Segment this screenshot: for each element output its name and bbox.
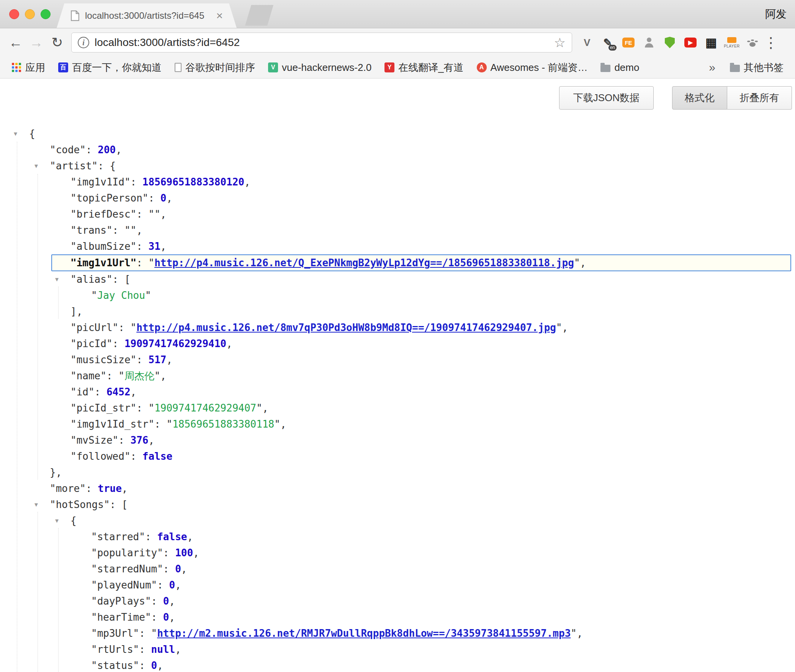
json-token: "hearTime" xyxy=(91,611,151,623)
json-line: ▼{ xyxy=(0,126,795,142)
bookmark-item[interactable]: AAwesomes - 前端资… xyxy=(471,59,593,77)
collapse-toggle-icon[interactable]: ▼ xyxy=(34,497,38,513)
json-token: : xyxy=(163,563,175,575)
bookmark-label: vue-hackernews-2.0 xyxy=(282,62,371,74)
favicon-icon: Y xyxy=(384,62,394,72)
json-token: : " xyxy=(136,402,154,414)
folder-icon xyxy=(600,65,610,72)
json-line: "more": true, xyxy=(0,480,795,497)
json-line: "playedNum": 0, xyxy=(0,577,795,593)
extension-icon-paw[interactable] xyxy=(744,33,761,52)
json-line: "code": 200, xyxy=(0,142,795,158)
tab-close-icon[interactable]: × xyxy=(216,10,223,21)
json-token: , xyxy=(149,434,155,446)
json-token: ], xyxy=(70,306,82,317)
bookmark-label: 应用 xyxy=(25,61,45,74)
format-button[interactable]: 格式化 xyxy=(672,86,727,110)
extension-icon-adguard[interactable] xyxy=(661,33,679,52)
json-token: , xyxy=(181,563,187,575)
bookmark-label: 谷歌按时间排序 xyxy=(185,61,255,74)
json-token: : xyxy=(95,386,106,398)
json-token: , xyxy=(175,579,181,591)
json-token: , xyxy=(175,644,181,655)
other-bookmarks-folder[interactable]: 其他书签 xyxy=(725,59,789,77)
json-line: "hearTime": 0, xyxy=(0,609,795,625)
reload-icon[interactable]: ↻ xyxy=(47,32,67,53)
collapse-all-button[interactable]: 折叠所有 xyxy=(727,86,792,110)
json-token: : xyxy=(131,176,142,188)
json-token: : xyxy=(151,595,163,607)
json-line: "starredNum": 0, xyxy=(0,561,795,577)
json-token: "status" xyxy=(91,660,139,671)
json-token: : xyxy=(118,434,130,446)
json-token: "topicPerson" xyxy=(70,192,149,204)
bookmark-item[interactable]: 百百度一下，你就知道 xyxy=(53,59,167,77)
bookmark-item[interactable]: demo xyxy=(595,59,645,76)
browser-tab[interactable]: localhost:3000/artists?id=645 × xyxy=(57,3,237,28)
bookmark-item[interactable]: 谷歌按时间排序 xyxy=(169,59,260,77)
json-line: "picId_str": "19097417462929407", xyxy=(0,400,795,416)
new-tab-button[interactable] xyxy=(245,5,273,26)
bookmark-item[interactable]: 应用 xyxy=(6,59,51,77)
json-token: 200 xyxy=(98,144,116,156)
json-token: : " xyxy=(139,628,157,639)
bookmarks-overflow-icon[interactable]: » xyxy=(705,61,719,74)
json-token: 0 xyxy=(163,595,169,607)
extension-icon-player[interactable]: PLAYER xyxy=(723,33,741,52)
site-info-icon[interactable]: i xyxy=(78,37,89,48)
close-window-button[interactable] xyxy=(9,9,19,19)
json-token: "starredNum" xyxy=(91,563,163,575)
download-json-button[interactable]: 下载JSON数据 xyxy=(559,86,654,110)
extension-icon-fe-helper[interactable]: FE xyxy=(620,33,637,52)
json-token: : xyxy=(149,192,160,204)
json-token: : xyxy=(163,547,175,559)
json-token: { xyxy=(70,515,77,526)
json-line: }, xyxy=(0,464,795,480)
bookmark-star-icon[interactable]: ☆ xyxy=(554,35,566,50)
json-token: }, xyxy=(50,467,62,478)
minimize-window-button[interactable] xyxy=(25,9,35,19)
json-token: "followed" xyxy=(70,451,131,462)
json-token: " xyxy=(145,290,151,301)
json-line: ▼"alias": [ xyxy=(0,271,795,287)
json-token: { xyxy=(29,128,35,139)
bookmark-label: 百度一下，你就知道 xyxy=(72,61,162,74)
json-url-link[interactable]: http://p4.music.126.net/Q_ExePNkmgB2yWyL… xyxy=(154,257,574,269)
json-token: 18569651883380118 xyxy=(172,418,274,430)
json-url-link[interactable]: http://p4.music.126.net/8mv7qP30Pd3oHW8b… xyxy=(136,322,556,333)
address-bar[interactable]: i localhost:3000/artists?id=6452 ☆ xyxy=(71,33,572,52)
browser-menu-icon[interactable]: ⋮ xyxy=(763,34,779,51)
collapse-toggle-icon[interactable]: ▼ xyxy=(55,271,59,287)
json-token: "artist" xyxy=(50,160,98,172)
json-token: , xyxy=(131,386,137,398)
bookmark-item[interactable]: Vvue-hackernews-2.0 xyxy=(263,59,377,76)
collapse-toggle-icon[interactable]: ▼ xyxy=(34,158,38,174)
extension-icon-youtube[interactable]: ▶ xyxy=(682,33,699,52)
json-token: 0 xyxy=(160,192,167,204)
extension-icon-translate[interactable]: ✎en xyxy=(599,33,617,52)
json-token: : " xyxy=(136,257,154,269)
bookmarks-list: 应用百百度一下，你就知道谷歌按时间排序Vvue-hackernews-2.0Y在… xyxy=(6,59,705,77)
url-text[interactable]: localhost:3000/artists?id=6452 xyxy=(95,36,550,49)
json-token: : xyxy=(151,611,163,623)
extension-icon-v-tool[interactable]: V xyxy=(578,33,596,52)
extension-icon-qr-code[interactable]: ▦ xyxy=(702,33,720,52)
page-favicon-icon xyxy=(70,10,80,21)
collapse-toggle-icon[interactable]: ▼ xyxy=(55,513,59,529)
bookmark-item[interactable]: Y在线翻译_有道 xyxy=(379,59,469,77)
collapse-toggle-icon[interactable]: ▼ xyxy=(14,126,17,142)
json-token: "picUrl" xyxy=(70,322,118,333)
json-token: 18569651883380120 xyxy=(142,176,244,188)
document-icon xyxy=(175,63,182,72)
json-token: 6452 xyxy=(106,386,131,398)
bookmarks-bar: 应用百百度一下，你就知道谷歌按时间排序Vvue-hackernews-2.0Y在… xyxy=(0,57,795,79)
json-url-link[interactable]: http://m2.music.126.net/RMJR7wDullRqppBk… xyxy=(157,628,571,639)
json-token: "picId_str" xyxy=(70,402,136,414)
bookmark-label: Awesomes - 前端资… xyxy=(491,61,588,74)
extension-icon-account[interactable] xyxy=(640,33,658,52)
forward-icon[interactable]: → xyxy=(26,32,47,53)
zoom-window-button[interactable] xyxy=(41,9,51,19)
back-icon[interactable]: ← xyxy=(5,32,26,53)
json-token: "code" xyxy=(50,144,86,156)
extension-badge: en xyxy=(609,45,617,51)
